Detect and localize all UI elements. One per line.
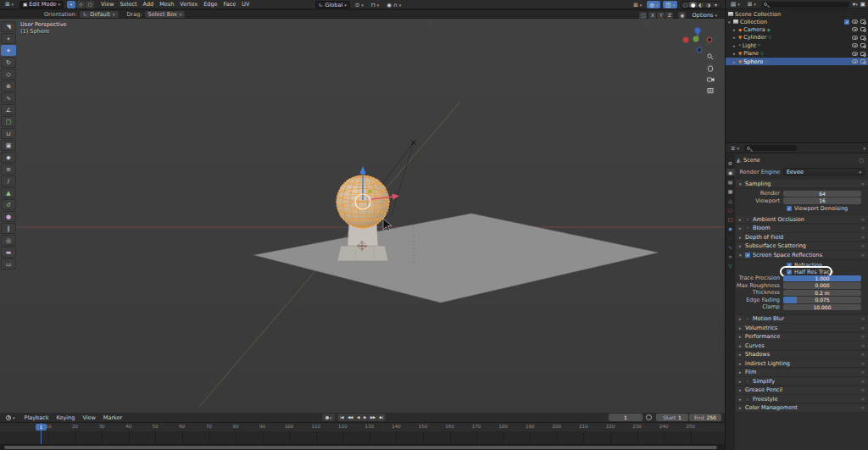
rendered-shading-button[interactable]: ◑ [704, 2, 712, 8]
select-box-tool-button[interactable]: ◥ [1, 21, 16, 32]
snap-magnet-dropdown[interactable]: ⊓▾ [369, 1, 382, 8]
filter-icon[interactable]: ▼▾ [852, 2, 857, 7]
vertex-select-button[interactable]: ∙ [67, 1, 75, 8]
outliner-row-cylinder[interactable]: ▸▼Cylinder▽ [726, 34, 868, 42]
rotate-tool-button[interactable]: ↻ [1, 57, 16, 68]
expand-arrow-icon[interactable]: ▾ [728, 19, 732, 25]
panel-checkbox[interactable]: ✓ [745, 379, 750, 384]
timeline-menu-item[interactable]: Keying [57, 414, 75, 421]
scale-tool-button[interactable]: ◇ [1, 69, 16, 80]
scene-collection-row[interactable]: Scene Collection [726, 10, 868, 18]
refraction-checkbox[interactable]: ✓ [787, 263, 792, 268]
properties-search-input[interactable] [744, 145, 797, 151]
menu-item[interactable]: View [101, 1, 114, 8]
panel-ambient-occlusion[interactable]: ▸✓Ambient Occlusion≡ [736, 215, 868, 223]
panel-checkbox[interactable]: ✓ [745, 225, 750, 231]
hide-eye-icon[interactable] [852, 52, 858, 56]
spin-tool-button[interactable]: ↺ [1, 199, 16, 210]
properties-filter-dropdown[interactable]: ▾ [863, 146, 865, 151]
hide-eye-icon[interactable] [852, 36, 858, 40]
outliner-display-mode-icon[interactable]: ▤▾ [728, 1, 743, 8]
viewport-denoising-checkbox[interactable]: ✓ [787, 206, 792, 211]
properties-tab-view-layer[interactable]: ▦ [726, 187, 735, 194]
axis-z-negative[interactable] [697, 47, 702, 53]
panel-depth-of-field[interactable]: ▸Depth of Field≡ [736, 233, 868, 241]
panel-checkbox[interactable]: ✓ [745, 316, 750, 321]
panel-volumetrics[interactable]: ▸Volumetrics≡ [736, 324, 868, 331]
panel-motion-blur[interactable]: ▸✓Motion Blur≡ [736, 315, 868, 323]
render-visibility-icon[interactable] [860, 59, 865, 64]
panel-checkbox[interactable]: ✓ [745, 217, 750, 222]
expand-arrow-icon[interactable]: ▸ [733, 59, 737, 64]
editor-type-icon[interactable]: ⊞▾ [3, 1, 16, 8]
3d-viewport[interactable]: User Perspective (1) Sphere [0, 19, 725, 413]
properties-tab-scene[interactable]: △ [726, 197, 735, 203]
options-dropdown[interactable]: Options▾ [689, 11, 720, 19]
measure-tool-button[interactable]: ∠ [1, 104, 16, 115]
move-tool-button[interactable]: + [1, 45, 16, 56]
field-value[interactable]: 0.2 m [783, 290, 861, 297]
axis-x-positive[interactable] [707, 37, 712, 42]
timeline-menu-item[interactable]: Playback [25, 414, 49, 421]
field-value[interactable]: 10.000 [783, 304, 861, 311]
solid-shading-button[interactable]: ● [689, 2, 697, 8]
hide-eye-icon[interactable] [852, 59, 858, 64]
panel-screen-space-reflections[interactable]: ▾ ✓ Screen Space Reflections≡ [736, 251, 868, 258]
current-frame-field[interactable]: 1 [609, 414, 643, 421]
menu-item[interactable]: Edge [203, 1, 217, 8]
shear-tool-button[interactable]: ▬ [1, 247, 16, 258]
properties-tab-world[interactable]: ○ [726, 206, 735, 213]
mirror-axis-button[interactable]: Z [665, 12, 673, 19]
ssr-checkbox[interactable]: ✓ [745, 253, 750, 258]
mirror-icon[interactable]: ▢ [639, 12, 647, 19]
panel-checkbox[interactable]: ✓ [745, 397, 750, 402]
frame-start-field[interactable]: Start 1 [656, 414, 688, 421]
camera-view-button[interactable] [706, 75, 715, 85]
rip-region-tool-button[interactable]: ▭ [1, 258, 16, 269]
cursor-tool-button[interactable]: ⌖ [1, 33, 16, 44]
bevel-tool-button[interactable]: ◆ [1, 152, 16, 163]
timeline-ruler[interactable]: 1020304050607080901001101201301401501601… [0, 423, 725, 431]
field-value[interactable]: 1.000 [783, 275, 861, 282]
panel-curves[interactable]: ▸Curves≡ [736, 342, 868, 349]
light-object[interactable] [411, 140, 416, 145]
properties-tab-physics[interactable]: ∿ [726, 243, 735, 250]
frame-end-field[interactable]: End 250 [689, 414, 721, 421]
shading-dropdown[interactable]: ▾ [712, 2, 720, 8]
wireframe-shading-button[interactable]: ○ [682, 2, 689, 8]
field-value[interactable]: 0.000 [783, 282, 861, 289]
pan-button[interactable] [706, 64, 715, 74]
render-visibility-icon[interactable] [860, 52, 865, 56]
expand-arrow-icon[interactable]: ▸ [733, 27, 737, 32]
play-button[interactable]: ▶ [362, 415, 368, 419]
timeline-editor-type-icon[interactable]: ▾ [3, 414, 18, 421]
breadcrumb-label[interactable]: Scene [743, 157, 760, 164]
poly-build-tool-button[interactable]: ▲ [1, 187, 16, 198]
render-visibility-icon[interactable] [860, 27, 865, 31]
render-visibility-icon[interactable] [860, 43, 865, 47]
panel-freestyle[interactable]: ▸✓Freestyle≡ [736, 395, 868, 403]
material-shading-button[interactable]: ◐ [697, 2, 704, 8]
menu-item[interactable]: Mesh [159, 1, 174, 8]
menu-item[interactable]: Select [120, 1, 137, 8]
transform-tool-button[interactable]: ⊕ [1, 81, 16, 92]
smooth-tool-button[interactable]: ● [1, 211, 16, 222]
knife-tool-button[interactable]: / [1, 175, 16, 186]
drag-dropdown[interactable]: Select Box▾ [145, 11, 186, 18]
panel-indirect-lighting[interactable]: ▸Indirect Lighting≡ [736, 359, 868, 367]
gizmos-toggle[interactable]: ⊞▾ [631, 1, 644, 8]
menu-item[interactable]: UV [242, 1, 249, 8]
auto-key-button[interactable]: ▾ [322, 414, 335, 421]
hide-eye-icon[interactable] [852, 43, 858, 47]
properties-tab-particles[interactable]: ∴ [726, 234, 735, 241]
proportional-editing-dropdown[interactable]: ◉ ∩▾ [384, 1, 403, 8]
outliner-row-plane[interactable]: ▸▼Plane▽ [726, 50, 868, 58]
play-reverse-button[interactable]: ◀ [355, 415, 361, 419]
render-samples-field[interactable]: 64 [783, 191, 861, 197]
outliner-row-sphere[interactable]: ▸▼Sphere▽ [726, 58, 868, 65]
expand-arrow-icon[interactable]: ▸ [733, 51, 737, 56]
panel-subsurface-scattering[interactable]: ▸Subsurface Scattering≡ [736, 242, 868, 250]
loop-cut-tool-button[interactable]: ≡ [1, 164, 16, 175]
properties-tab-tool[interactable]: ⚙ [726, 159, 735, 166]
panel-sampling[interactable]: ▾ Sampling≡ [736, 180, 868, 187]
